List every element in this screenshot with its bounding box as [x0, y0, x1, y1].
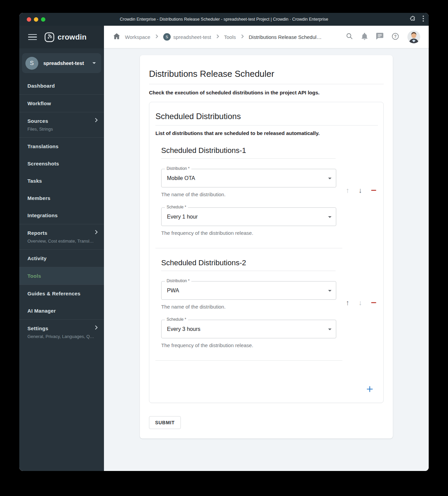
page-title: Distributions Release Scheduler [149, 69, 384, 84]
add-item-button[interactable] [366, 386, 373, 394]
sidebar-item-activity[interactable]: Activity [19, 250, 104, 267]
distribution-value: PWA [167, 288, 179, 294]
move-up-button[interactable]: ↑ [346, 299, 349, 306]
notifications-bell-icon[interactable] [361, 33, 368, 41]
crowdin-logo-icon [44, 32, 55, 42]
submit-button[interactable]: SUBMIT [149, 416, 181, 429]
sidebar-item-reports[interactable]: Reports Overview, Cost estimate, Transl… [19, 224, 104, 249]
project-badge: S [163, 33, 171, 41]
dropdown-caret-icon [328, 290, 332, 292]
chevron-right-icon [241, 34, 244, 40]
sidebar-item-integrations[interactable]: Integrations [19, 207, 104, 224]
close-window-button[interactable] [27, 17, 31, 22]
messages-chat-icon[interactable] [376, 33, 383, 41]
user-avatar[interactable] [407, 30, 420, 43]
sidebar: crowdin S spreadsheet-test Dashboard Wor… [19, 26, 104, 471]
breadcrumb-tools[interactable]: Tools [224, 34, 236, 40]
schedule-help-text: The frequency of the distribution releas… [161, 230, 336, 236]
scheduled-distributions-panel: Scheduled Distributions List of distribu… [149, 102, 384, 403]
svg-text:?: ? [394, 34, 397, 39]
sidebar-item-sources[interactable]: Sources Files, Strings [19, 112, 104, 137]
breadcrumb-project[interactable]: S spreadsheet-test [163, 33, 211, 41]
schedule-help-text: The frequency of the distribution releas… [161, 342, 336, 348]
browser-tab-title: Crowdin Enterprise - Distributions Relea… [120, 17, 328, 22]
sidebar-nav: Dashboard Workflow Sources Files, String… [19, 77, 104, 345]
schedule-select[interactable]: Schedule * Every 3 hours [161, 320, 336, 338]
sidebar-item-translations[interactable]: Translations [19, 138, 104, 155]
move-down-button[interactable]: ↓ [359, 187, 362, 194]
dropdown-caret-icon [328, 216, 332, 218]
schedule-value: Every 1 hour [167, 214, 198, 220]
distribution-select[interactable]: Distribution * Mobile OTA [161, 169, 336, 187]
schedule-select[interactable]: Schedule * Every 1 hour [161, 207, 336, 226]
distribution-label: Distribution * [165, 166, 191, 171]
sidebar-item-workflow[interactable]: Workflow [19, 95, 104, 112]
distribution-section-1: Scheduled Distributions-1 Distribution *… [155, 146, 378, 236]
panel-subtitle: List of distributions that are scheduled… [155, 130, 378, 136]
breadcrumb: Workspace S spreadsheet-test Tools [113, 33, 322, 41]
section-divider [155, 248, 342, 248]
distribution-help-text: The name of the distribution. [161, 304, 336, 310]
chevron-right-icon [216, 34, 219, 40]
dropdown-caret-icon [328, 329, 332, 330]
distribution-help-text: The name of the distribution. [161, 191, 336, 197]
scheduler-card: Distributions Release Scheduler Check th… [140, 55, 393, 438]
chevron-down-icon [92, 62, 96, 64]
sidebar-item-screenshots[interactable]: Screenshots [19, 155, 104, 172]
breadcrumb-current-page: Distributions Release Schedul… [249, 34, 322, 40]
hamburger-menu-icon[interactable] [28, 34, 37, 40]
section-title: Scheduled Distributions-2 [161, 258, 336, 271]
home-icon[interactable] [113, 33, 120, 41]
sidebar-header: crowdin [19, 26, 104, 48]
move-up-button: ↑ [346, 187, 349, 194]
distribution-value: Mobile OTA [167, 175, 195, 181]
panel-title: Scheduled Distributions [155, 112, 378, 126]
breadcrumb-workspace[interactable]: Workspace [125, 34, 150, 40]
sidebar-item-guides-references[interactable]: Guides & References [19, 285, 104, 302]
project-name: spreadsheet-test [43, 60, 92, 66]
dropdown-caret-icon [328, 178, 332, 179]
sidebar-item-dashboard[interactable]: Dashboard [19, 77, 104, 94]
item-controls: ↑ ↓ [346, 299, 376, 306]
sidebar-item-members[interactable]: Members [19, 189, 104, 207]
zoom-window-button[interactable] [41, 17, 45, 22]
minimize-window-button[interactable] [34, 17, 38, 22]
chevron-right-icon [155, 34, 158, 40]
browser-window: Crowdin Enterprise - Distributions Relea… [19, 13, 429, 471]
sidebar-item-tasks[interactable]: Tasks [19, 172, 104, 189]
remove-item-button[interactable] [371, 190, 376, 191]
item-controls: ↑ ↓ [346, 187, 376, 194]
schedule-label: Schedule * [165, 205, 188, 209]
chevron-right-icon [95, 230, 98, 236]
browser-titlebar: Crowdin Enterprise - Distributions Relea… [19, 13, 429, 26]
distribution-section-2: Scheduled Distributions-2 Distribution *… [155, 258, 378, 348]
traffic-lights [27, 13, 45, 26]
sidebar-item-tools[interactable]: Tools [19, 267, 104, 285]
project-switcher[interactable]: S spreadsheet-test [22, 53, 101, 73]
sidebar-item-ai-manager[interactable]: AI Manager [19, 302, 104, 319]
crowdin-logo-text: crowdin [58, 33, 87, 42]
distribution-select[interactable]: Distribution * PWA [161, 281, 336, 300]
search-icon[interactable] [346, 33, 353, 41]
chevron-right-icon [95, 325, 98, 331]
schedule-label: Schedule * [165, 317, 188, 322]
remove-item-button[interactable] [371, 302, 376, 303]
main-column: Workspace S spreadsheet-test Tools [104, 26, 429, 471]
section-divider [155, 360, 342, 361]
section-title: Scheduled Distributions-1 [161, 146, 336, 159]
crowdin-logo[interactable]: crowdin [44, 32, 87, 42]
distribution-label: Distribution * [165, 278, 191, 283]
top-navigation-bar: Workspace S spreadsheet-test Tools [104, 26, 429, 48]
move-down-button: ↓ [359, 299, 362, 306]
browser-menu-kebab-icon[interactable] [423, 16, 424, 23]
help-icon[interactable]: ? [392, 33, 399, 41]
chevron-right-icon [95, 118, 98, 124]
plus-icon [366, 386, 373, 392]
page-content: Distributions Release Scheduler Check th… [104, 48, 429, 471]
sidebar-item-settings[interactable]: Settings General, Privacy, Languages, Q… [19, 320, 104, 345]
extensions-puzzle-icon[interactable] [410, 16, 416, 23]
project-avatar: S [25, 57, 38, 70]
page-subtitle: Check the execution of scheduled distrib… [149, 90, 384, 95]
schedule-value: Every 3 hours [167, 326, 200, 332]
